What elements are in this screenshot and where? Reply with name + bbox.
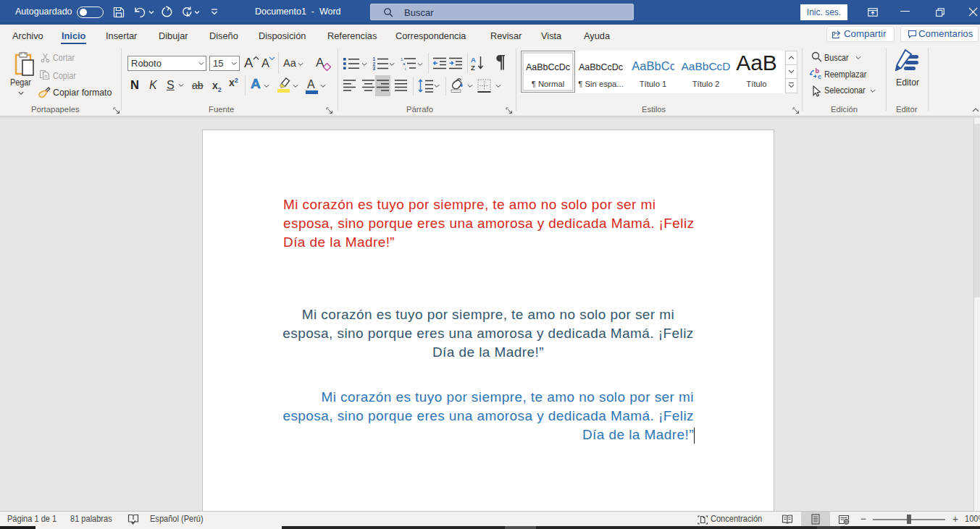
svg-text:A: A: [471, 56, 476, 64]
svg-text:Z: Z: [471, 64, 475, 71]
svg-text:1: 1: [401, 57, 403, 62]
svg-text:i: i: [405, 67, 406, 71]
svg-text:3: 3: [373, 66, 376, 70]
svg-text:c: c: [818, 73, 821, 80]
svg-text:a: a: [403, 62, 406, 66]
